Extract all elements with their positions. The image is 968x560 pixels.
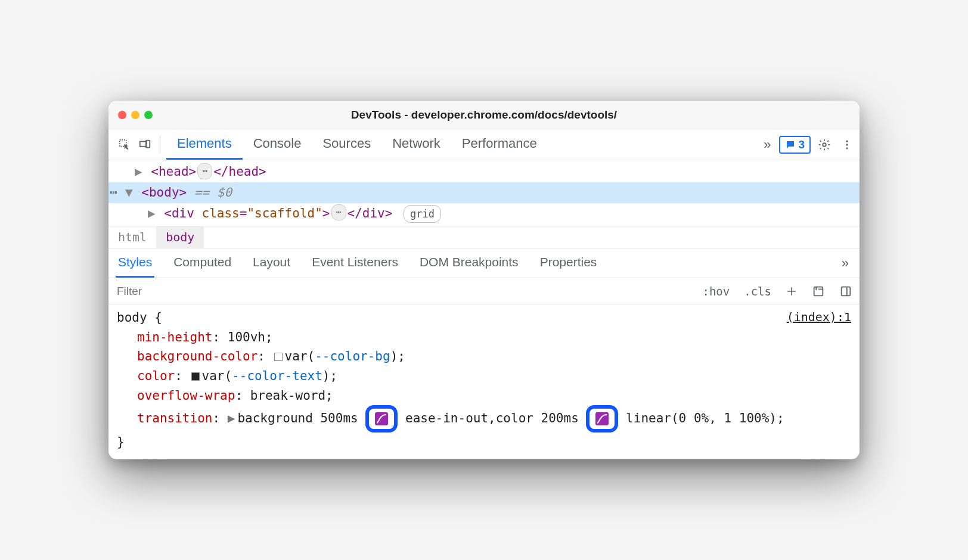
- svg-point-3: [823, 143, 826, 147]
- tab-network[interactable]: Network: [381, 129, 451, 160]
- css-selector[interactable]: body: [117, 310, 147, 325]
- devtools-window: DevTools - developer.chrome.com/docs/dev…: [108, 101, 860, 459]
- subtab-computed[interactable]: Computed: [171, 248, 234, 278]
- source-link[interactable]: (index):1: [787, 308, 851, 326]
- dom-node-body[interactable]: ⋯ ▼ <body> == $0: [108, 182, 860, 203]
- ellipsis-badge[interactable]: ⋯: [197, 163, 212, 179]
- css-property-min-height[interactable]: min-height: 100vh;: [117, 328, 851, 347]
- issues-badge[interactable]: 3: [779, 136, 811, 154]
- subtab-dom-breakpoints[interactable]: DOM Breakpoints: [417, 248, 521, 278]
- traffic-lights: [118, 111, 153, 119]
- hover-state-button[interactable]: :hov: [695, 278, 737, 304]
- toolbar-right: » 3: [760, 136, 856, 154]
- expand-icon[interactable]: ▶: [135, 164, 142, 179]
- settings-icon[interactable]: [815, 136, 833, 154]
- issues-count: 3: [798, 138, 805, 151]
- dom-node-head[interactable]: ▶ <head>⋯</head>: [108, 161, 860, 182]
- subtab-properties[interactable]: Properties: [538, 248, 600, 278]
- css-property-background-color[interactable]: background-color: var(--color-bg);: [117, 347, 851, 366]
- fullscreen-window-button[interactable]: [144, 111, 153, 119]
- close-window-button[interactable]: [118, 111, 126, 119]
- breadcrumb: html body: [108, 226, 860, 248]
- grid-badge[interactable]: grid: [404, 205, 441, 223]
- collapse-icon[interactable]: ▼: [125, 185, 133, 200]
- expand-icon[interactable]: ▶: [228, 411, 235, 425]
- breadcrumb-body[interactable]: body: [156, 226, 204, 248]
- tab-performance[interactable]: Performance: [451, 129, 548, 160]
- css-property-transition[interactable]: transition: ▶background 500ms ease-in-ou…: [117, 405, 851, 433]
- class-list-button[interactable]: .cls: [737, 278, 778, 304]
- css-rule: body {: [117, 308, 851, 328]
- message-icon: [785, 139, 796, 150]
- subtab-layout[interactable]: Layout: [250, 248, 293, 278]
- rendering-sidebar-icon[interactable]: [832, 278, 860, 304]
- more-tabs-icon[interactable]: »: [760, 137, 774, 153]
- svg-point-5: [846, 144, 848, 145]
- color-swatch[interactable]: [274, 353, 283, 361]
- window-title: DevTools - developer.chrome.com/docs/dev…: [351, 108, 617, 122]
- subtab-event-listeners[interactable]: Event Listeners: [309, 248, 401, 278]
- ellipsis-badge[interactable]: ⋯: [331, 204, 346, 220]
- selected-node-dots: ⋯: [110, 182, 117, 203]
- tab-elements[interactable]: Elements: [166, 129, 243, 160]
- device-toolbar-icon[interactable]: [136, 136, 154, 154]
- styles-filter-input[interactable]: [108, 278, 695, 304]
- subtab-styles[interactable]: Styles: [116, 248, 154, 278]
- toolbar-divider: [160, 136, 160, 153]
- more-options-icon[interactable]: [838, 136, 856, 154]
- svg-point-4: [846, 140, 848, 142]
- expand-icon[interactable]: ▶: [148, 206, 156, 220]
- easing-editor-icon[interactable]: [375, 412, 388, 425]
- titlebar: DevTools - developer.chrome.com/docs/dev…: [108, 101, 860, 129]
- more-subtabs-icon[interactable]: »: [838, 256, 852, 271]
- tab-sources[interactable]: Sources: [312, 129, 381, 160]
- main-toolbar: Elements Console Sources Network Perform…: [108, 129, 860, 160]
- easing-editor-icon[interactable]: [595, 412, 609, 425]
- breadcrumb-html[interactable]: html: [108, 226, 156, 248]
- css-property-overflow-wrap[interactable]: overflow-wrap: break-word;: [117, 386, 851, 406]
- main-tabs: Elements Console Sources Network Perform…: [166, 129, 548, 160]
- styles-rules[interactable]: (index):1 body { min-height: 100vh; back…: [108, 304, 860, 459]
- dom-node-div[interactable]: ▶ <div class="scaffold">⋯</div> grid: [108, 203, 860, 224]
- styles-subtabs: Styles Computed Layout Event Listeners D…: [108, 248, 860, 278]
- css-property-color[interactable]: color: var(--color-text);: [117, 366, 851, 386]
- dom-tree[interactable]: ▶ <head>⋯</head> ⋯ ▼ <body> == $0 ▶ <div…: [108, 160, 860, 226]
- styles-toolbar: :hov .cls: [108, 278, 860, 304]
- easing-highlight: [586, 405, 618, 433]
- svg-rect-7: [814, 287, 823, 295]
- new-style-rule-button[interactable]: [778, 278, 805, 304]
- color-swatch[interactable]: [191, 372, 200, 381]
- computed-styles-toggle-icon[interactable]: [805, 278, 832, 304]
- svg-point-6: [846, 147, 848, 149]
- tab-console[interactable]: Console: [243, 129, 312, 160]
- minimize-window-button[interactable]: [131, 111, 139, 119]
- easing-highlight: [365, 405, 398, 433]
- svg-rect-8: [842, 287, 851, 295]
- inspect-element-icon[interactable]: [116, 136, 134, 154]
